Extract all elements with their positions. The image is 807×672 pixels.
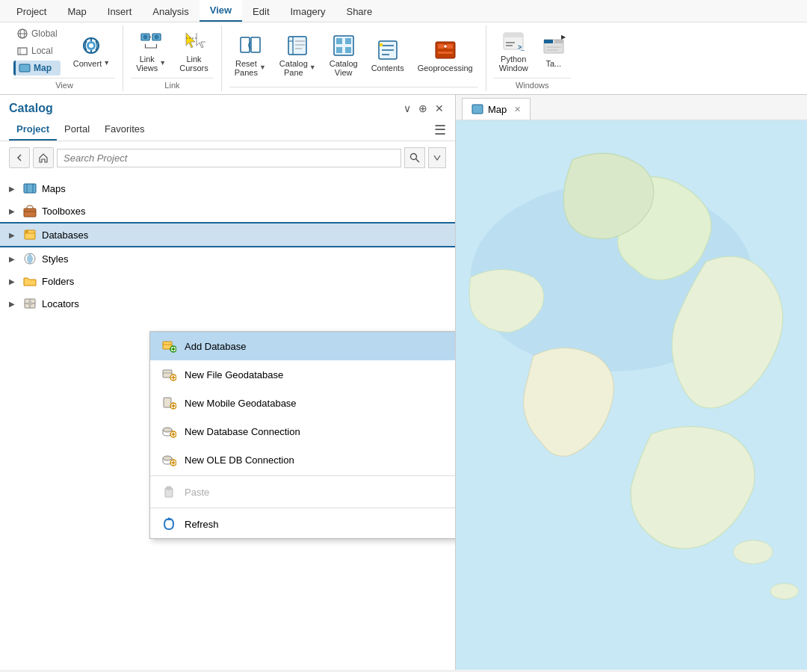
convert-dropdown-arrow: ▼ bbox=[103, 59, 110, 67]
tree-expand-toolboxes[interactable]: ▶ bbox=[9, 207, 18, 215]
catalog-tab-project[interactable]: Project bbox=[9, 119, 57, 141]
tab-analysis[interactable]: Analysis bbox=[142, 1, 199, 22]
catalog-header: Catalog ∨ ⊕ ✕ bbox=[0, 95, 455, 119]
ctx-paste: Paste Ctrl+V bbox=[150, 478, 455, 506]
context-menu: Add Database New File Geodatabase bbox=[149, 331, 455, 539]
tree-label-styles: Styles bbox=[42, 253, 68, 265]
ctx-new-mobile-geodatabase[interactable]: New Mobile Geodatabase bbox=[150, 389, 455, 417]
catalog-tab-portal[interactable]: Portal bbox=[57, 119, 97, 141]
tree-item-folders[interactable]: ▶ Folders bbox=[0, 270, 455, 292]
tree-item-styles[interactable]: ▶ Styles bbox=[0, 247, 455, 270]
catalog-pin-icon[interactable]: ⊕ bbox=[416, 101, 430, 116]
python-window-button[interactable]: > _ PythonWindow bbox=[494, 25, 534, 76]
tree-label-databases: Databases bbox=[42, 229, 88, 241]
tab-insert[interactable]: Insert bbox=[97, 1, 143, 22]
globe-icon bbox=[16, 28, 28, 40]
search-dropdown-button[interactable] bbox=[428, 147, 446, 168]
panes-group-label bbox=[229, 87, 478, 91]
tab-project[interactable]: Project bbox=[6, 1, 57, 22]
catalog-minimize-icon[interactable]: ∨ bbox=[401, 101, 413, 116]
geoprocessing-label: Geoprocessing bbox=[418, 64, 473, 73]
tree-expand-maps[interactable]: ▶ bbox=[9, 185, 18, 193]
tab-view[interactable]: View bbox=[200, 0, 242, 22]
windows-group-label: Windows bbox=[494, 78, 571, 91]
search-go-button[interactable] bbox=[404, 147, 425, 168]
svg-point-59 bbox=[28, 301, 32, 306]
tree-item-maps[interactable]: ▶ Maps bbox=[0, 177, 455, 200]
svg-text:_: _ bbox=[520, 43, 525, 51]
catalog-search-bar bbox=[0, 141, 455, 174]
catalog-tabs: Project Portal Favorites ☰ bbox=[0, 119, 455, 141]
contents-button[interactable]: Contents bbox=[366, 34, 409, 76]
tab-imagery[interactable]: Imagery bbox=[280, 1, 336, 22]
svg-rect-16 bbox=[251, 37, 260, 52]
tree-expand-databases[interactable]: ▶ bbox=[9, 231, 18, 239]
reset-panes-button[interactable]: ResetPanes ▼ bbox=[229, 30, 271, 81]
catalog-pane-button[interactable]: CatalogPane ▼ bbox=[274, 30, 321, 81]
map-svg bbox=[456, 120, 807, 670]
tab-edit[interactable]: Edit bbox=[242, 1, 279, 22]
tab-share[interactable]: Share bbox=[336, 1, 383, 22]
styles-icon bbox=[22, 251, 37, 266]
catalog-view-button[interactable]: CatalogView bbox=[324, 30, 363, 81]
search-home-button[interactable] bbox=[33, 147, 54, 168]
tabs-button[interactable]: ▶ Ta... bbox=[537, 30, 571, 72]
contents-icon bbox=[376, 38, 400, 62]
tree-item-databases[interactable]: ▶ Databases bbox=[0, 222, 455, 247]
reset-panes-label: ResetPanes bbox=[235, 59, 258, 77]
map-background bbox=[456, 120, 807, 670]
svg-rect-27 bbox=[345, 47, 351, 53]
map-panel: Map ✕ bbox=[456, 95, 807, 670]
map-tab-label: Map bbox=[488, 104, 507, 115]
map-view-btn[interactable]: Map bbox=[13, 61, 61, 75]
global-view-btn[interactable]: Global bbox=[13, 26, 61, 41]
catalog-search-input[interactable] bbox=[57, 149, 401, 167]
ctx-new-database-connection[interactable]: New Database Connection bbox=[150, 417, 455, 446]
reset-panes-icon bbox=[238, 34, 262, 58]
tab-map[interactable]: Map bbox=[57, 1, 96, 22]
view-group-label: View bbox=[13, 78, 115, 91]
map-tab-icon bbox=[471, 103, 483, 115]
maps-icon bbox=[22, 181, 37, 196]
tree-expand-folders[interactable]: ▶ bbox=[9, 277, 18, 286]
ctx-new-ole-db-connection[interactable]: New OLE DB Connection bbox=[150, 446, 455, 474]
catalog-close-icon[interactable]: ✕ bbox=[433, 101, 446, 116]
new-mobile-geodatabase-icon bbox=[161, 395, 177, 411]
ctx-new-database-connection-label: New Database Connection bbox=[185, 426, 455, 437]
new-file-geodatabase-icon bbox=[161, 366, 177, 383]
svg-rect-25 bbox=[345, 38, 351, 44]
tree-item-locators[interactable]: ▶ Locators bbox=[0, 292, 455, 315]
paste-icon bbox=[161, 484, 177, 500]
tree-expand-styles[interactable]: ▶ bbox=[9, 255, 18, 263]
map-tab-close[interactable]: ✕ bbox=[514, 105, 521, 114]
ctx-refresh[interactable]: Refresh F5 bbox=[150, 510, 455, 538]
geoprocessing-button[interactable]: Geoprocessing bbox=[412, 34, 478, 76]
ctx-separator-2 bbox=[150, 508, 455, 508]
catalog-pane-icon bbox=[285, 34, 309, 58]
link-cursors-icon bbox=[182, 29, 205, 53]
svg-point-12 bbox=[143, 35, 148, 40]
tree-expand-locators[interactable]: ▶ bbox=[9, 300, 18, 308]
contents-label: Contents bbox=[371, 64, 404, 73]
link-cursors-button[interactable]: LinkCursors bbox=[174, 25, 214, 76]
map-tab[interactable]: Map ✕ bbox=[462, 98, 531, 120]
ribbon-link-group: LinkViews ▼ LinkCursors Link bbox=[123, 25, 222, 91]
map-content[interactable] bbox=[456, 120, 807, 670]
local-view-btn[interactable]: Local bbox=[13, 43, 61, 58]
link-views-button[interactable]: LinkViews ▼ bbox=[131, 25, 171, 76]
catalog-tab-menu-icon[interactable]: ☰ bbox=[434, 122, 446, 138]
svg-rect-17 bbox=[288, 37, 306, 55]
home-icon bbox=[38, 152, 49, 163]
search-back-button[interactable] bbox=[9, 147, 30, 168]
catalog-tab-favorites[interactable]: Favorites bbox=[97, 119, 152, 141]
svg-rect-38 bbox=[504, 33, 523, 37]
convert-button[interactable]: Convert ▼ bbox=[68, 30, 115, 72]
svg-point-92 bbox=[734, 540, 773, 564]
tree-item-toolboxes[interactable]: ▶ Toolboxes bbox=[0, 200, 455, 222]
svg-point-78 bbox=[163, 428, 172, 432]
ctx-new-ole-db-connection-label: New OLE DB Connection bbox=[185, 454, 455, 466]
svg-text:▶: ▶ bbox=[561, 34, 566, 40]
link-views-arrow: ▼ bbox=[159, 59, 166, 67]
ctx-add-database[interactable]: Add Database bbox=[150, 332, 455, 360]
ctx-new-file-geodatabase[interactable]: New File Geodatabase bbox=[150, 360, 455, 389]
